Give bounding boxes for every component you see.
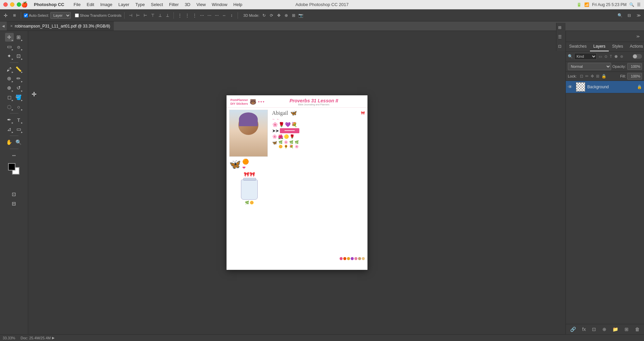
new-layer-btn[interactable]: ⊞	[624, 326, 630, 333]
filter-adjust-icon[interactable]: ⊙	[604, 54, 608, 59]
foreground-color[interactable]	[8, 163, 15, 170]
menu-file[interactable]: File	[71, 1, 83, 8]
auto-select-dropdown[interactable]: Layer Group	[50, 12, 71, 19]
document-canvas[interactable]: PomPlanner DIY Stickers 🐻 ♥ ♥ ♥ Proverbs…	[227, 95, 367, 270]
filter-toggle[interactable]	[633, 54, 642, 59]
frame-tool[interactable]: ⊟	[10, 199, 18, 208]
align-right-btn[interactable]: ⊢	[142, 12, 149, 19]
menu-type[interactable]: Type	[133, 1, 147, 8]
3d-rotate-btn[interactable]: ↻	[261, 12, 267, 19]
visibility-icon[interactable]: 👁	[568, 84, 574, 90]
extra-tools[interactable]: •••	[10, 151, 18, 160]
channels-icon[interactable]: ⊡	[556, 42, 563, 51]
menu-select[interactable]: Select	[148, 1, 165, 8]
distrib-center-v-btn[interactable]: ⋯	[206, 12, 213, 19]
artboard-tool[interactable]: ⊞▶	[14, 33, 23, 42]
distrib-center-h-btn[interactable]: ⋮	[184, 12, 191, 19]
lock-transparent-icon[interactable]: ⊡	[580, 74, 583, 79]
menu-3d[interactable]: 3D	[182, 1, 193, 8]
tab-close-icon[interactable]: ✕	[10, 24, 13, 28]
menu-view[interactable]: View	[194, 1, 208, 8]
pen-tool[interactable]: ✒▶	[5, 115, 14, 124]
distrib-right-btn[interactable]: ⋮	[191, 12, 198, 19]
table-row[interactable]: 👁 Background 🔒	[566, 81, 644, 93]
screen-mode-btn[interactable]: ⊡	[10, 190, 18, 199]
filter-pixel-icon[interactable]: ▭	[598, 54, 603, 59]
shape-tool[interactable]: ▭▶	[14, 125, 23, 134]
layers-nav-icon[interactable]: ☰	[556, 32, 563, 42]
path-selection-tool[interactable]: ⊿▶	[5, 125, 14, 134]
expand-panels-btn[interactable]: ≫	[635, 12, 642, 19]
align-center-v-btn[interactable]: ⊥	[157, 12, 163, 19]
align-bottom-btn[interactable]: ⊥	[164, 12, 171, 19]
zoom-tool[interactable]: 🔍	[14, 138, 23, 147]
tab-layers[interactable]: Layers	[590, 42, 609, 51]
add-layer-style-btn[interactable]: fx	[581, 326, 587, 333]
notification-icon[interactable]: ☰	[637, 2, 641, 7]
tab-actions[interactable]: Actions	[627, 42, 644, 51]
lock-all-icon[interactable]: 🔒	[601, 74, 606, 79]
distrib-left-btn[interactable]: ⋮	[177, 12, 183, 19]
filter-type-icon[interactable]: T	[609, 54, 613, 59]
panel-layout-btn[interactable]: ⊟	[626, 12, 633, 19]
tab-styles[interactable]: Styles	[609, 42, 627, 51]
paint-bucket-tool[interactable]: 🪣▶	[14, 93, 23, 102]
menu-image[interactable]: Image	[98, 1, 115, 8]
filter-shape-icon[interactable]: ⬟	[614, 54, 618, 59]
move-tool-btn[interactable]: ✛	[2, 12, 9, 19]
align-top-btn[interactable]: ⊤	[149, 12, 156, 19]
distrib-gap-v-btn[interactable]: ↕	[228, 12, 235, 19]
search-workspace-btn[interactable]: 🔍	[616, 12, 623, 19]
new-adjustment-layer-btn[interactable]: ⊕	[601, 326, 607, 333]
status-arrow-btn[interactable]: ▶	[52, 336, 55, 340]
minimize-button[interactable]	[10, 2, 14, 7]
ruler-tool[interactable]: 📏▶	[14, 65, 23, 74]
auto-select-checkbox[interactable]: Auto-Select:	[24, 13, 49, 17]
filter-smart-icon[interactable]: ⊛	[620, 54, 624, 59]
close-button[interactable]	[3, 2, 8, 7]
transform-controls-checkbox[interactable]: Show Transform Controls	[75, 13, 121, 17]
magic-wand-tool[interactable]: ✦▶	[5, 52, 14, 60]
lock-position-icon[interactable]: ✥	[591, 74, 594, 79]
lock-artboard-icon[interactable]: ⊞	[596, 74, 599, 79]
panel-collapse-btn[interactable]: ≫	[635, 33, 641, 40]
healing-brush-tool[interactable]: ⊛▶	[5, 74, 14, 83]
menu-layer[interactable]: Layer	[116, 1, 132, 8]
dodge-tool[interactable]: ○▶	[14, 102, 23, 111]
blur-tool[interactable]: ◌▶	[5, 102, 14, 111]
crop-tool[interactable]: ⊡▶	[14, 52, 23, 60]
blend-mode-select[interactable]: Normal Multiply Screen Overlay	[568, 63, 611, 70]
new-group-btn[interactable]: 📁	[611, 326, 619, 333]
tab-swatches[interactable]: Swatches	[566, 42, 590, 51]
eraser-tool[interactable]: ◻▶	[5, 93, 14, 102]
distrib-gap-h-btn[interactable]: ↔	[221, 12, 228, 19]
lock-image-icon[interactable]: ✏	[585, 74, 589, 79]
left-sidebar-collapse[interactable]: ◀	[0, 21, 7, 31]
search-icon[interactable]: 🔍	[629, 2, 634, 7]
link-layers-btn[interactable]: 🔗	[569, 326, 577, 333]
transform-controls-input[interactable]	[75, 13, 79, 17]
hand-tool[interactable]: ✋	[5, 138, 14, 147]
document-tab[interactable]: ✕ robinsampson_P31_L11_art01.pdf @ 33.3%…	[7, 21, 114, 31]
maximize-button[interactable]	[17, 2, 21, 7]
3d-pan-btn[interactable]: ✥	[276, 12, 282, 19]
type-tool[interactable]: T▶	[14, 115, 23, 124]
lasso-tool[interactable]: ⌾▶	[14, 42, 23, 51]
auto-select-input[interactable]	[24, 13, 28, 17]
align-center-h-btn[interactable]: ⊢	[135, 12, 141, 19]
eyedropper-tool[interactable]: 🖍▶	[5, 65, 14, 74]
menu-edit[interactable]: Edit	[84, 1, 97, 8]
distrib-top-btn[interactable]: ⋯	[199, 12, 205, 19]
history-brush-tool[interactable]: ↺▶	[14, 84, 23, 92]
delete-layer-btn[interactable]: 🗑	[634, 326, 641, 333]
align-left-btn[interactable]: ⊣	[127, 12, 134, 19]
layer-filter-type[interactable]: Kind Name Effect Mode Attribute Color	[574, 53, 597, 60]
menu-filter[interactable]: Filter	[166, 1, 182, 8]
rectangular-marquee-tool[interactable]: ▭▶	[5, 42, 14, 51]
stamp-tool[interactable]: ⊕▶	[5, 84, 14, 92]
quick-mask-btn[interactable]: ⊡	[10, 190, 18, 199]
add-mask-btn[interactable]: ⊡	[591, 326, 597, 333]
move-tool[interactable]: ✛▶	[5, 33, 14, 42]
opacity-input[interactable]	[627, 63, 642, 70]
distrib-bottom-btn[interactable]: ⋯	[213, 12, 220, 19]
